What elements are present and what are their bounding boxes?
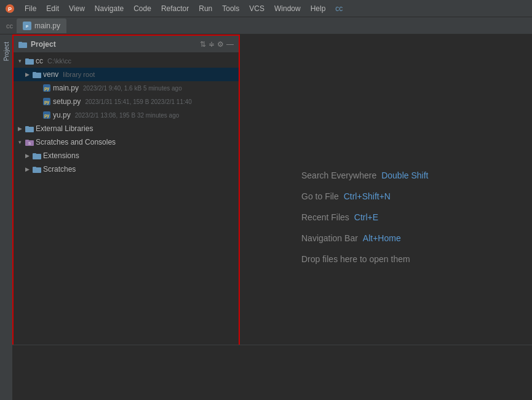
menu-view[interactable]: View (64, 3, 90, 14)
hint-search-everywhere: Search Everywhere Double Shift (264, 170, 507, 180)
sort-icon[interactable]: ⚙ (217, 40, 224, 49)
tree-item-scratches[interactable]: ▾ S Scratches and Consoles (14, 135, 239, 149)
tree-item-venv[interactable]: ▶ venv library root (14, 68, 239, 81)
scratch-icon: S (25, 138, 34, 146)
menu-refactor[interactable]: Refactor (156, 3, 194, 14)
arrow-external: ▶ (16, 125, 23, 132)
arrow-extensions: ▶ (23, 152, 31, 159)
sidebar-header: Project ⇅ ≑ ⚙ — (14, 36, 239, 53)
hint-shortcut-search: Double Shift (381, 170, 428, 180)
tree-label-venv: venv (43, 70, 58, 79)
tree-label-main-py: main.py (53, 84, 79, 92)
left-edge: Project (0, 34, 12, 400)
tree-item-setup-py[interactable]: py setup.py 2023/1/31 15:41, 159 B 2023/… (14, 95, 239, 108)
py-icon-main: py (42, 84, 51, 92)
tree-label-extensions: Extensions (43, 151, 79, 160)
svg-text:py: py (44, 100, 49, 105)
svg-rect-17 (25, 126, 29, 128)
menu-navigate[interactable]: Navigate (90, 3, 129, 14)
hint-shortcut-nav: Alt+Home (363, 233, 401, 243)
tab-py-icon: P (23, 22, 31, 30)
tree-item-main-py[interactable]: py main.py 2023/2/1 9:40, 1.6 kB 5 minut… (14, 81, 239, 95)
menu-code[interactable]: Code (129, 3, 156, 14)
hint-label-nav: Navigation Bar (301, 233, 358, 243)
arrow-scratches-folder: ▶ (23, 166, 31, 173)
menu-bar: P File Edit View Navigate Code Refactor … (0, 0, 532, 17)
tree-meta-yu-py: 2023/2/1 13:08, 195 B 32 minutes ago (75, 112, 180, 119)
hint-go-to-file: Go to File Ctrl+Shift+N (264, 191, 507, 201)
arrow-venv: ▶ (23, 71, 31, 78)
tree-item-yu-py[interactable]: py yu.py 2023/2/1 13:08, 195 B 32 minute… (14, 108, 239, 122)
hint-recent-files: Recent Files Ctrl+E (264, 212, 507, 222)
tree-label-setup-py: setup.py (53, 97, 81, 106)
sidebar-folder-icon (18, 39, 27, 49)
tree-item-cc-root[interactable]: ▾ cc C:\kk\cc (14, 54, 239, 68)
svg-rect-7 (25, 58, 29, 60)
svg-rect-24 (33, 167, 36, 169)
tree-label-scratches: Scratches and Consoles (36, 138, 116, 146)
svg-text:P: P (26, 25, 28, 28)
arrow-main-py (33, 84, 41, 92)
hint-shortcut-recent: Ctrl+E (354, 212, 378, 222)
tree-item-scratches-folder[interactable]: ▶ Scratches (14, 162, 239, 176)
svg-text:py: py (44, 113, 49, 118)
hint-label-search: Search Everywhere (301, 170, 376, 180)
folder-icon-extensions (33, 151, 41, 160)
py-icon-setup: py (42, 97, 51, 106)
svg-text:py: py (44, 86, 49, 91)
arrow-cc: ▾ (16, 57, 23, 65)
tree-secondary-venv: library root (63, 71, 95, 78)
project-tab-vertical[interactable]: Project (2, 37, 11, 66)
tree-meta-main-py: 2023/2/1 9:40, 1.6 kB 5 minutes ago (83, 85, 182, 92)
tab-bar: cc P main.py (0, 17, 532, 34)
tree-label-external: External Libraries (36, 124, 93, 133)
tree-label-cc: cc (36, 57, 43, 65)
menu-edit[interactable]: Edit (41, 3, 64, 14)
hint-label-recent: Recent Files (301, 212, 349, 222)
menu-run[interactable]: Run (194, 3, 217, 14)
menu-cc: cc (330, 3, 347, 14)
svg-rect-5 (18, 42, 22, 44)
svg-rect-9 (33, 72, 36, 74)
tree-label-scratches-folder: Scratches (43, 165, 76, 174)
tree-secondary-cc: C:\kk\cc (47, 57, 71, 65)
svg-text:P: P (8, 6, 12, 12)
tab-cc: cc (2, 22, 17, 30)
close-sidebar-icon[interactable]: — (226, 40, 234, 49)
bottom-panel: Structure marks (0, 345, 532, 400)
folder-icon-cc (25, 57, 34, 65)
expand-icon[interactable]: ≑ (208, 40, 215, 49)
folder-icon-external (25, 124, 34, 133)
hint-label-goto: Go to File (301, 191, 339, 201)
menu-window[interactable]: Window (269, 3, 306, 14)
tree-meta-setup-py: 2023/1/31 15:41, 159 B 2023/2/1 11:40 (85, 98, 192, 105)
tree-label-yu-py: yu.py (53, 111, 71, 119)
arrow-scratches: ▾ (16, 138, 23, 146)
sidebar-title: Project (31, 40, 196, 49)
arrow-yu-py (33, 111, 41, 119)
folder-icon-venv (33, 70, 41, 79)
menu-vcs[interactable]: VCS (244, 3, 269, 14)
tab-main-py[interactable]: P main.py (17, 18, 66, 33)
app-logo: P (5, 4, 15, 14)
py-icon-yu: py (42, 111, 51, 119)
menu-help[interactable]: Help (306, 3, 331, 14)
sidebar-header-icons: ⇅ ≑ ⚙ — (200, 40, 234, 49)
menu-tools[interactable]: Tools (217, 3, 244, 14)
svg-rect-22 (33, 153, 36, 155)
hint-shortcut-goto: Ctrl+Shift+N (344, 191, 391, 201)
tree-item-external-libs[interactable]: ▶ External Libraries (14, 122, 239, 135)
tab-label: main.py (34, 22, 60, 30)
hint-drop-files: Drop files here to open them (264, 254, 507, 264)
folder-icon-scratches (33, 165, 41, 174)
svg-text:S: S (28, 142, 31, 145)
arrow-setup-py (33, 98, 41, 105)
menu-file[interactable]: File (20, 3, 41, 14)
tree-item-extensions[interactable]: ▶ Extensions (14, 149, 239, 162)
bottom-content (12, 345, 532, 400)
collapse-all-icon[interactable]: ⇅ (200, 40, 206, 49)
hint-nav-bar: Navigation Bar Alt+Home (264, 233, 507, 243)
